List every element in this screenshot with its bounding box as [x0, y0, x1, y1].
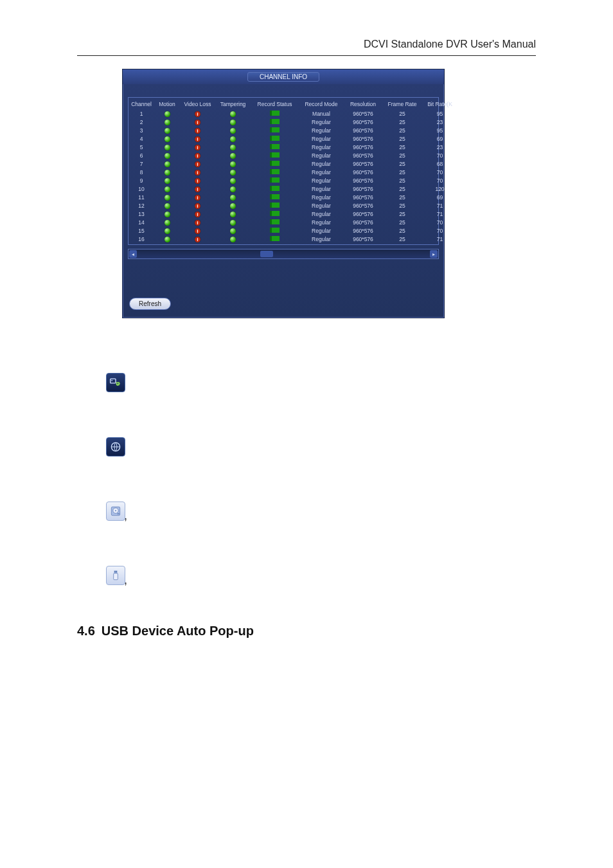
record-icon [270, 236, 280, 241]
status-dot-green [164, 128, 170, 134]
status-dot-green [230, 237, 236, 242]
cell-tampering [215, 127, 251, 134]
cell-framerate: 25 [382, 185, 422, 193]
cell-recordstatus [251, 160, 299, 168]
cell-motion [154, 168, 180, 176]
cell-motion [154, 194, 180, 201]
cell-framerate: 25 [382, 143, 422, 151]
cell-recordmode: Regular [299, 202, 344, 210]
cell-channel: 8 [129, 168, 154, 176]
table-row: 8Regular960*5762570 [129, 168, 438, 176]
hdd-icon [106, 502, 125, 521]
cell-tampering [215, 168, 251, 176]
status-dot-green [230, 153, 236, 159]
status-dot-green [164, 136, 170, 142]
status-dot-green [230, 195, 236, 201]
status-dot-green [164, 120, 170, 125]
cell-framerate: 25 [382, 202, 422, 210]
cell-tampering [215, 219, 251, 226]
usb-icon [106, 566, 125, 585]
status-dot-green [230, 203, 236, 209]
scroll-thumb[interactable] [260, 251, 273, 257]
status-dot-alert [195, 228, 200, 234]
cell-recordmode: Regular [299, 185, 344, 193]
cell-videoloss [180, 127, 215, 134]
cell-bitrate: 70 [422, 219, 458, 226]
scroll-left-icon[interactable]: ◂ [129, 250, 137, 258]
status-dot-green [230, 128, 236, 134]
cell-recordmode: Regular [299, 152, 344, 159]
record-icon [270, 161, 280, 166]
cell-recordstatus [251, 135, 299, 143]
cell-recordstatus [251, 110, 299, 118]
cell-resolution: 960*576 [344, 194, 382, 201]
scroll-track[interactable] [138, 251, 429, 257]
cell-videoloss [180, 202, 215, 210]
cell-motion [154, 219, 180, 226]
horizontal-scrollbar[interactable]: ◂ ▸ [128, 249, 439, 259]
cell-tampering [215, 210, 251, 218]
cell-bitrate: 69 [422, 194, 458, 201]
cell-recordmode: Regular [299, 235, 344, 243]
cell-bitrate: 71 [422, 202, 458, 210]
cell-bitrate: 23 [422, 118, 458, 126]
status-dot-green [164, 111, 170, 117]
status-dot-alert [195, 145, 200, 150]
cell-resolution: 960*576 [344, 110, 382, 118]
cell-videoloss [180, 152, 215, 159]
cell-motion [154, 210, 180, 218]
cell-tampering [215, 152, 251, 159]
record-icon [270, 203, 280, 208]
record-icon [270, 228, 280, 233]
status-dot-green [164, 153, 170, 159]
cell-tampering [215, 202, 251, 210]
record-icon [270, 127, 280, 132]
table-row: 1Manual960*5762595 [129, 109, 438, 118]
status-dot-alert [195, 237, 200, 242]
record-icon [270, 177, 280, 183]
cell-recordmode: Regular [299, 194, 344, 201]
cell-recordmode: Regular [299, 118, 344, 126]
scroll-right-icon[interactable]: ▸ [430, 250, 438, 258]
cell-framerate: 25 [382, 168, 422, 176]
cell-framerate: 25 [382, 235, 422, 243]
cell-recordmode: Regular [299, 135, 344, 143]
cell-recordstatus [251, 118, 299, 126]
refresh-button[interactable]: Refresh [129, 298, 171, 310]
status-dot-green [230, 111, 236, 117]
cell-motion [154, 160, 180, 168]
cell-channel: 15 [129, 227, 154, 235]
channel-table: Channel Motion Video Loss Tampering Reco… [128, 97, 439, 245]
svg-rect-10 [116, 571, 117, 572]
cell-channel: 13 [129, 210, 154, 218]
status-dot-green [230, 228, 236, 234]
table-row: 11Regular960*5762569 [129, 193, 438, 201]
cell-motion [154, 135, 180, 143]
status-dot-green [164, 161, 170, 167]
cell-framerate: 25 [382, 152, 422, 159]
table-row: 6Regular960*5762570 [129, 151, 438, 159]
table-row: 12Regular960*5762571 [129, 201, 438, 210]
status-dot-alert [195, 120, 200, 125]
status-dot-alert [195, 161, 200, 167]
status-dot-green [230, 178, 236, 184]
section-heading: 4.6USB Device Auto Pop-up [77, 624, 536, 638]
cell-videoloss [180, 160, 215, 168]
cell-recordmode: Regular [299, 143, 344, 151]
cell-recordstatus [251, 235, 299, 243]
svg-point-5 [115, 510, 116, 511]
cell-framerate: 25 [382, 135, 422, 143]
cell-tampering [215, 118, 251, 126]
cell-framerate: 25 [382, 227, 422, 235]
cell-framerate: 25 [382, 210, 422, 218]
cell-framerate: 25 [382, 118, 422, 126]
cell-channel: 11 [129, 194, 154, 201]
table-row: 13Regular960*5762571 [129, 210, 438, 218]
cell-channel: 5 [129, 143, 154, 151]
col-recordmode: Record Mode [299, 100, 344, 108]
cell-resolution: 960*576 [344, 118, 382, 126]
status-dot-alert [195, 203, 200, 209]
cell-channel: 14 [129, 219, 154, 226]
cell-videoloss [180, 118, 215, 126]
cell-resolution: 960*576 [344, 210, 382, 218]
